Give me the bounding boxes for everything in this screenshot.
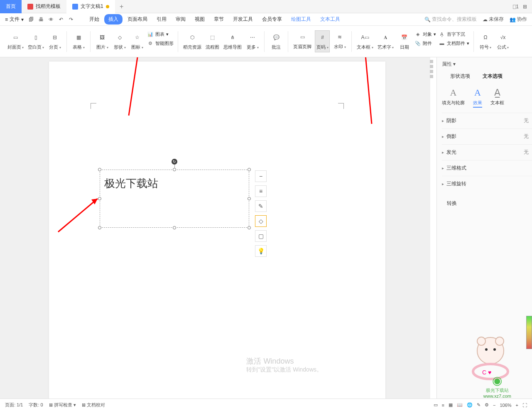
menu-tab-layout[interactable]: 页面布局	[123, 14, 152, 25]
tab-home[interactable]: 首页	[0, 0, 22, 13]
print-icon[interactable]: 🖶	[38, 17, 44, 22]
tab-document[interactable]: 文字文稿1	[66, 0, 115, 13]
date-button[interactable]: 📅日期	[397, 31, 412, 52]
view-outline-icon[interactable]: ≡	[442, 403, 444, 408]
window-layout-icon[interactable]: ⎕1	[513, 4, 519, 10]
section-glow[interactable]: 发光无	[442, 149, 532, 156]
menu-tab-drawtools[interactable]: 绘图工具	[287, 14, 315, 25]
unsaved-status[interactable]: ☁ 未保存	[483, 16, 504, 23]
tab-shape-options[interactable]: 形状选项	[450, 73, 470, 82]
section-3d-format[interactable]: 三维格式	[442, 165, 532, 172]
mindmap-button[interactable]: ⋔思维导图	[223, 31, 243, 52]
menu-tab-insert[interactable]: 插入	[104, 14, 123, 25]
section-reflection[interactable]: 倒影无	[442, 133, 532, 140]
page-break-button[interactable]: ⊟分页	[47, 31, 62, 52]
subtab-fill[interactable]: A填充与轮廓	[442, 87, 465, 108]
blank-page-button[interactable]: ▯空白页	[27, 31, 45, 52]
tab-template[interactable]: 找稻壳模板	[22, 0, 66, 13]
menu-tab-texttools[interactable]: 文本工具	[316, 14, 344, 25]
file-menu[interactable]: ≡ 文件 ▾	[5, 16, 24, 23]
textbox-frame[interactable]: 极光下载站	[100, 170, 249, 228]
pagenum-button[interactable]: #页码	[315, 30, 330, 52]
float-idea-button[interactable]: 💡	[255, 245, 267, 257]
redo-icon[interactable]: ↷	[68, 17, 74, 22]
resize-handle-br[interactable]	[248, 226, 251, 229]
menu-tab-review[interactable]: 审阅	[172, 14, 190, 25]
view-read-icon[interactable]: 📖	[457, 402, 463, 408]
cover-page-button[interactable]: ▭封面页	[7, 31, 25, 52]
section-shadow[interactable]: 阴影无	[442, 117, 532, 124]
resize-handle-tr[interactable]	[248, 168, 251, 171]
subtab-effect[interactable]: A效果	[473, 87, 482, 108]
watermark-button[interactable]: ≋水印	[332, 30, 347, 52]
panel-header[interactable]: 属性 ▾	[442, 57, 532, 71]
resize-handle-tl[interactable]	[98, 168, 101, 171]
attachment-button[interactable]: 📎附件	[414, 40, 436, 47]
margin-corner-tr	[338, 103, 344, 109]
zoom-in-button[interactable]: +	[516, 403, 518, 408]
tab-add-button[interactable]: +	[115, 3, 128, 10]
dropcap-button[interactable]: A͇首字下沉	[439, 31, 469, 37]
menu-tab-reference[interactable]: 引用	[152, 14, 171, 25]
float-edit-button[interactable]: ✎	[255, 200, 267, 212]
table-button[interactable]: ▦表格	[71, 31, 86, 52]
float-border-button[interactable]: ▢	[255, 230, 267, 242]
view-globe-icon[interactable]: 🌐	[467, 402, 473, 408]
document-area[interactable]: ↻ 极光下载站 − ≡ ✎ ◇ ▢ 💡 激活 Wi	[0, 57, 430, 399]
menu-tab-view[interactable]: 视图	[191, 14, 209, 25]
resize-handle-bm[interactable]	[173, 226, 176, 229]
tab-text-options[interactable]: 文本选项	[483, 73, 503, 82]
section-3d-rotate[interactable]: 三维旋转	[442, 180, 532, 187]
search-box[interactable]: 🔍 查找命令、搜索模板	[424, 16, 477, 23]
subtab-textbox[interactable]: A̲文本框	[490, 87, 504, 108]
wordart-button[interactable]: 𝐀艺术字	[377, 31, 395, 52]
shape-button[interactable]: ◇形状	[112, 31, 127, 52]
rotate-handle[interactable]: ↻	[172, 159, 177, 165]
textbox-text[interactable]: 极光下载站	[100, 170, 249, 197]
resize-handle-bl[interactable]	[98, 226, 101, 229]
collab-button[interactable]: 👥 协作	[510, 16, 527, 23]
view-page-icon[interactable]: ▭	[434, 402, 438, 408]
resize-handle-ml[interactable]	[98, 197, 101, 200]
object-button[interactable]: ◈对象 ▾	[414, 31, 436, 37]
view-web-icon[interactable]: ▦	[449, 402, 453, 408]
headerfooter-button[interactable]: ▭页眉页脚	[292, 30, 312, 52]
zoom-out-button[interactable]: −	[493, 403, 495, 408]
textbox-button[interactable]: A▭文本框	[356, 31, 374, 52]
preview-icon[interactable]: 👁	[48, 17, 54, 22]
section-convert[interactable]: 转换	[442, 192, 532, 207]
undo-icon[interactable]: ↶	[58, 17, 64, 22]
menu-tab-section[interactable]: 章节	[210, 14, 228, 25]
chart-button[interactable]: 📊图表 ▾	[147, 31, 174, 37]
status-page[interactable]: 页面: 1/1	[5, 402, 23, 408]
docparts-button[interactable]: ▬文档部件 ▾	[439, 40, 469, 47]
zoom-level[interactable]: 106%	[500, 403, 511, 408]
float-wrap-button[interactable]: ≡	[255, 185, 267, 197]
more-button[interactable]: ⋯更多	[245, 31, 260, 52]
status-proof[interactable]: ⊠ 文档校对	[82, 402, 105, 408]
resize-handle-mr[interactable]	[248, 197, 251, 200]
textbox-selection[interactable]: ↻ 极光下载站	[100, 170, 249, 228]
icon-button[interactable]: ☆图标	[130, 31, 145, 52]
float-collapse-button[interactable]: −	[255, 170, 267, 182]
annotate-button[interactable]: 💬批注	[269, 31, 284, 52]
formula-button[interactable]: √x公式	[495, 31, 510, 52]
status-words[interactable]: 字数: 0	[29, 402, 43, 408]
view-focus-icon[interactable]: ✎	[477, 402, 481, 408]
menu-tab-start[interactable]: 开始	[85, 14, 103, 25]
window-grid-icon[interactable]: ⊞	[523, 4, 527, 10]
symbol-button[interactable]: Ω符号	[478, 31, 493, 52]
status-spellcheck[interactable]: ⊠ 拼写检查 ▾	[49, 402, 76, 408]
page[interactable]	[49, 62, 385, 399]
menu-tab-devtools[interactable]: 开发工具	[229, 14, 257, 25]
menu-tab-member[interactable]: 会员专享	[258, 14, 286, 25]
save-icon[interactable]: 🗐	[28, 17, 34, 22]
resource-button[interactable]: ⬡稻壳资源	[182, 31, 202, 52]
flowchart-button[interactable]: ⬚流程图	[205, 31, 220, 52]
resize-handle-tm[interactable]	[173, 168, 176, 171]
float-fill-button[interactable]: ◇	[255, 215, 267, 227]
smartart-button[interactable]: ⚙智能图形	[147, 40, 174, 47]
fullscreen-icon[interactable]: ⛶	[522, 403, 527, 408]
picture-button[interactable]: 🖼图片	[95, 31, 110, 52]
settings-icon[interactable]: ⚙	[485, 402, 489, 408]
